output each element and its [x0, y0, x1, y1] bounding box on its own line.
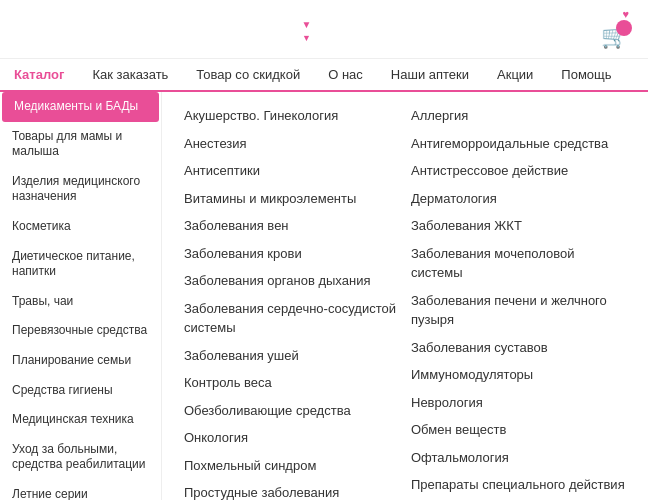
sidebar-item-4[interactable]: Диетическое питание, напитки	[0, 242, 161, 287]
category-link[interactable]: Антистрессовое действие	[405, 157, 632, 185]
category-link[interactable]: Антигеморроидальные средства	[405, 130, 632, 158]
auth-links: ♥	[601, 8, 636, 20]
header-right: ♥ 🛒	[601, 8, 636, 50]
cart-area[interactable]: 🛒	[601, 24, 636, 50]
sidebar-item-11[interactable]: Летние серии	[0, 480, 161, 500]
category-link[interactable]: Обмен веществ	[405, 416, 632, 444]
content-area: Акушерство. ГинекологияАнестезияАнтисепт…	[162, 92, 648, 500]
category-link[interactable]: Иммуномодуляторы	[405, 361, 632, 389]
category-link[interactable]: Аллергия	[405, 102, 632, 130]
nav-item-наши-аптеки[interactable]: Наши аптеки	[377, 59, 483, 90]
nav-item-как-заказать[interactable]: Как заказать	[78, 59, 182, 90]
category-link[interactable]: Акушерство. Гинекология	[178, 102, 405, 130]
sidebar-item-0[interactable]: Медикаменты и БАДы	[2, 92, 159, 122]
sidebar: Медикаменты и БАДыТовары для мамы и малы…	[0, 92, 162, 500]
category-link[interactable]: Дерматология	[405, 185, 632, 213]
category-link[interactable]: Неврология	[405, 389, 632, 417]
category-link[interactable]: Простудные заболевания	[178, 479, 405, 500]
category-link[interactable]: Заболевания крови	[178, 240, 405, 268]
contact-chevron-icon: ▼	[302, 33, 311, 43]
city-chevron-icon: ▼	[302, 19, 312, 30]
content-col-left: Акушерство. ГинекологияАнестезияАнтисепт…	[178, 102, 405, 500]
category-link[interactable]: Заболевания ЖКТ	[405, 212, 632, 240]
city-selector[interactable]: ▼	[302, 16, 312, 31]
main-nav: КаталогКак заказатьТовар со скидкойО нас…	[0, 59, 648, 92]
category-link[interactable]: Контроль веса	[178, 369, 405, 397]
nav-item-товар-со-скидкой[interactable]: Товар со скидкой	[182, 59, 314, 90]
category-link[interactable]: Заболевания суставов	[405, 334, 632, 362]
category-link[interactable]: Заболевания мочеполовой системы	[405, 240, 632, 287]
sidebar-item-2[interactable]: Изделия медицинского назначения	[0, 167, 161, 212]
category-link[interactable]: Похмельный синдром	[178, 452, 405, 480]
sidebar-item-3[interactable]: Косметика	[0, 212, 161, 242]
nav-item-акции[interactable]: Акции	[483, 59, 547, 90]
category-link[interactable]: Заболевания ушей	[178, 342, 405, 370]
category-link[interactable]: Препараты специального действия	[405, 471, 632, 499]
main-layout: Медикаменты и БАДыТовары для мамы и малы…	[0, 92, 648, 500]
contact-link[interactable]: ▼	[302, 31, 312, 43]
cart-badge	[616, 20, 632, 36]
sidebar-item-7[interactable]: Планирование семьи	[0, 346, 161, 376]
heart-icon: ♥	[622, 8, 629, 20]
nav-item-каталог[interactable]: Каталог	[0, 59, 78, 92]
content-col-right: АллергияАнтигеморроидальные средстваАнти…	[405, 102, 632, 500]
nav-item-помощь[interactable]: Помощь	[547, 59, 625, 90]
category-link[interactable]: Заболевания печени и желчного пузыря	[405, 287, 632, 334]
header: ▼ ▼ ♥ 🛒	[0, 0, 648, 59]
category-link[interactable]: Заболевания вен	[178, 212, 405, 240]
sidebar-item-6[interactable]: Перевязочные средства	[0, 316, 161, 346]
category-link[interactable]: Заболевания сердечно-сосудистой системы	[178, 295, 405, 342]
sidebar-item-1[interactable]: Товары для мамы и малыша	[0, 122, 161, 167]
category-link[interactable]: Обезболивающие средства	[178, 397, 405, 425]
category-link[interactable]: Онкология	[178, 424, 405, 452]
sidebar-item-9[interactable]: Медицинская техника	[0, 405, 161, 435]
sidebar-item-5[interactable]: Травы, чаи	[0, 287, 161, 317]
category-link[interactable]: Витамины и микроэлементы	[178, 185, 405, 213]
header-center: ▼ ▼	[302, 16, 312, 43]
category-link[interactable]: Заболевания органов дыхания	[178, 267, 405, 295]
content-columns: Акушерство. ГинекологияАнестезияАнтисепт…	[178, 102, 632, 500]
category-link[interactable]: Антисептики	[178, 157, 405, 185]
sidebar-item-10[interactable]: Уход за больными, средства реабилитации	[0, 435, 161, 480]
category-link[interactable]: Анестезия	[178, 130, 405, 158]
cart-icon: 🛒	[601, 24, 628, 50]
nav-item-о-нас[interactable]: О нас	[314, 59, 377, 90]
category-link[interactable]: Офтальмология	[405, 444, 632, 472]
sidebar-item-8[interactable]: Средства гигиены	[0, 376, 161, 406]
